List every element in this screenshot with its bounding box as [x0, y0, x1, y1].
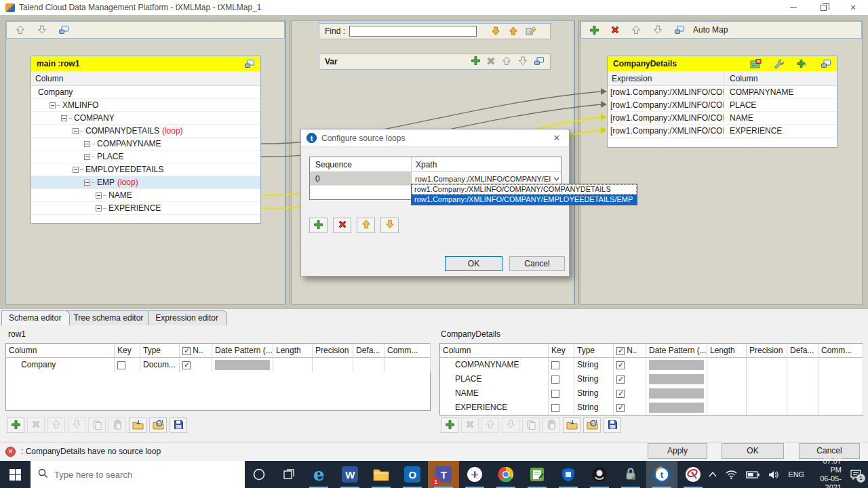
nullable-checkbox[interactable]: [616, 390, 625, 398]
nullable-checkbox[interactable]: [616, 375, 625, 384]
default-cell[interactable]: [787, 372, 818, 386]
key-cell[interactable]: [549, 401, 574, 415]
nullable-checkbox[interactable]: [182, 361, 191, 369]
tree-node-xmlinfo[interactable]: XMLINFO: [31, 99, 260, 112]
task-view-button[interactable]: [274, 461, 303, 488]
output-row-name[interactable]: [row1.Company:/XMLINFO/COMNAME: [608, 112, 837, 125]
default-cell[interactable]: [353, 358, 384, 372]
expander-icon[interactable]: [96, 192, 102, 199]
sequence-cell[interactable]: 0: [310, 172, 412, 185]
teams-taskbar-button[interactable]: T1: [428, 461, 459, 488]
tree-node-company[interactable]: COMPANY: [31, 112, 260, 125]
battery-icon[interactable]: [746, 471, 760, 479]
volume-icon[interactable]: [768, 470, 779, 479]
save-button[interactable]: [170, 418, 187, 433]
add-button[interactable]: [7, 418, 24, 433]
search-input[interactable]: [54, 470, 231, 480]
expression-cell[interactable]: [row1.Company:/XMLINFO/COM: [608, 113, 724, 123]
type-cell[interactable]: String: [574, 401, 614, 415]
date-pattern-cell[interactable]: [212, 358, 273, 372]
output-table-header[interactable]: CompanyDetails: [608, 56, 837, 71]
tab-schema-editor[interactable]: Schema editor: [1, 310, 70, 325]
output-row-place[interactable]: [row1.Company:/XMLINFO/COMPLACE: [608, 99, 837, 112]
wifi-icon[interactable]: [726, 470, 737, 479]
tree-node-companydetails[interactable]: COMPANYDETAILS(loop): [31, 125, 260, 138]
length-cell[interactable]: [707, 386, 747, 401]
window-copy-icon[interactable]: [58, 25, 69, 35]
comment-cell[interactable]: [818, 386, 863, 401]
tab-expression-editor[interactable]: Expression editor: [148, 310, 227, 325]
date-pattern-cell[interactable]: [646, 401, 707, 415]
output-row-companyname[interactable]: [row1.Company:/XMLINFO/COMCOMPANYNAME: [608, 86, 837, 99]
expander-icon[interactable]: [96, 205, 102, 211]
column-name-cell[interactable]: EXPERIENCE: [440, 401, 549, 415]
tree-node-companyname[interactable]: COMPANYNAME: [31, 138, 260, 150]
add-button[interactable]: [441, 418, 458, 433]
key-cell[interactable]: [549, 358, 574, 372]
expander-icon[interactable]: [84, 180, 90, 186]
add-icon[interactable]: [589, 25, 599, 35]
date-pattern-cell[interactable]: [646, 386, 707, 401]
key-cell[interactable]: [115, 358, 140, 372]
column-name-cell[interactable]: Company: [6, 358, 115, 372]
find-prev-icon[interactable]: [508, 26, 519, 37]
explorer-taskbar-button[interactable]: [366, 461, 397, 488]
taskbar-search[interactable]: [31, 461, 245, 488]
add-button[interactable]: [309, 218, 328, 233]
word-taskbar-button[interactable]: W: [334, 461, 366, 488]
date-pattern-cell[interactable]: [646, 358, 707, 372]
window-copy-icon[interactable]: [244, 59, 255, 68]
cortana-button[interactable]: [245, 461, 274, 488]
left-splitter[interactable]: [285, 20, 290, 305]
shield-taskbar-button[interactable]: [553, 461, 584, 488]
right-splitter[interactable]: [574, 20, 579, 305]
kraken-taskbar-button[interactable]: [584, 461, 615, 488]
column-cell[interactable]: NAME: [724, 113, 753, 123]
nullable-cell[interactable]: [614, 372, 646, 386]
expression-cell[interactable]: [row1.Company:/XMLINFO/COM: [608, 100, 724, 110]
dropdown-option[interactable]: row1.Company:/XMLINFO/COMPANY/EMPLOYEEDE…: [412, 195, 637, 205]
schema-row-company[interactable]: CompanyDocum...: [6, 358, 431, 372]
dialog-ok-button[interactable]: OK: [445, 256, 502, 271]
type-cell[interactable]: String: [574, 358, 614, 372]
delete-gray-icon[interactable]: [486, 56, 496, 68]
tree-node-name[interactable]: NAME: [31, 189, 260, 202]
schema-row-name[interactable]: NAMEString: [440, 386, 863, 401]
schema-row-companyname[interactable]: COMPANYNAMEString: [440, 358, 863, 372]
length-cell[interactable]: [273, 358, 313, 372]
move-up-icon[interactable]: [631, 24, 642, 35]
language-indicator[interactable]: ENG: [788, 470, 804, 479]
schema-row-place[interactable]: PLACEString: [440, 372, 863, 386]
expression-cell[interactable]: [row1.Company:/XMLINFO/COM: [608, 87, 724, 97]
tab-tree-schema-editor[interactable]: Tree schema editor: [66, 310, 152, 325]
dialog-cancel-button[interactable]: Cancel: [509, 256, 565, 271]
find-input[interactable]: [349, 26, 477, 37]
key-checkbox[interactable]: [551, 361, 559, 369]
taskbar-clock[interactable]: 07:07 PM06-05-2021: [813, 457, 842, 488]
move-down-button[interactable]: [380, 218, 399, 233]
precision-cell[interactable]: [313, 358, 353, 372]
expander-icon[interactable]: [50, 102, 56, 108]
key-cell[interactable]: [549, 386, 574, 401]
key-cell[interactable]: [549, 372, 574, 386]
antenna-taskbar-button[interactable]: [677, 461, 709, 488]
dialog-titlebar[interactable]: t Configure source loops ✕: [301, 129, 569, 147]
hidden-icons-chevron[interactable]: [709, 472, 717, 477]
tree-node-experience[interactable]: EXPERIENCE: [31, 202, 260, 215]
tree-node-company[interactable]: Company: [31, 86, 260, 99]
nullable-checkbox[interactable]: [616, 361, 625, 369]
add-column-icon[interactable]: [797, 59, 808, 69]
type-cell[interactable]: Docum...: [140, 358, 180, 372]
comment-cell[interactable]: [384, 358, 431, 372]
key-checkbox[interactable]: [117, 361, 125, 369]
edge-taskbar-button[interactable]: e: [303, 461, 334, 488]
column-cell[interactable]: PLACE: [724, 100, 756, 110]
restore-button[interactable]: [808, 0, 838, 15]
column-name-cell[interactable]: NAME: [440, 386, 549, 401]
add-icon[interactable]: [471, 56, 481, 68]
delete-red-icon[interactable]: [610, 25, 620, 35]
output-row-experience[interactable]: [row1.Company:/XMLINFO/COMEXPERIENCE: [608, 125, 837, 138]
move-down-icon[interactable]: [37, 24, 47, 35]
var-section-header[interactable]: Var: [319, 54, 551, 70]
outlook-taskbar-button[interactable]: O: [397, 461, 428, 488]
